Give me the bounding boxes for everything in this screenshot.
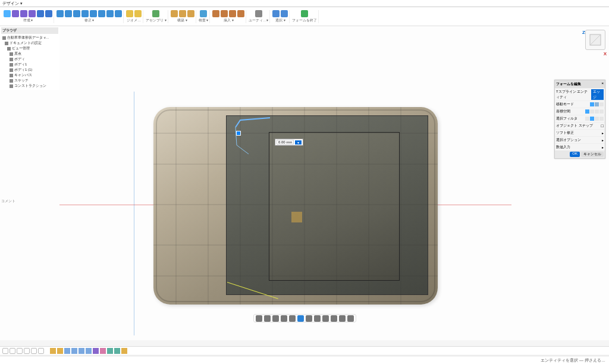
ribbon-tool-icon[interactable]: [73, 10, 80, 17]
manipulator-handle-icon[interactable]: [236, 131, 241, 136]
browser-item[interactable]: キャンバス: [1, 73, 58, 78]
nav-tool-icon[interactable]: [272, 315, 279, 322]
panel-option-row[interactable]: 移動モード: [555, 101, 605, 108]
ribbon-group-label[interactable]: 検査 ▾: [199, 18, 209, 23]
panel-option-row[interactable]: オブジェクト スナップ☐: [555, 122, 605, 129]
ribbon-tool-icon[interactable]: [237, 10, 244, 17]
ribbon-tool-icon[interactable]: [152, 10, 159, 17]
nav-tool-icon[interactable]: [256, 315, 262, 322]
comments-collapsed[interactable]: コメント: [1, 199, 15, 204]
panel-option-row[interactable]: 数値入力▸: [555, 143, 605, 150]
ribbon-tool-icon[interactable]: [212, 10, 219, 17]
browser-item[interactable]: ボディ1 (1): [1, 67, 58, 73]
ribbon-tool-icon[interactable]: [171, 10, 178, 17]
chevron-right-icon[interactable]: ▸: [602, 145, 604, 149]
ribbon-tool-icon[interactable]: [106, 10, 114, 17]
nav-tool-icon[interactable]: [297, 315, 304, 322]
timeline-feature-icon[interactable]: [93, 348, 99, 354]
nav-tool-icon[interactable]: [339, 315, 346, 322]
ribbon-tool-icon[interactable]: [81, 10, 89, 17]
browser-panel[interactable]: ブラウザ 自動車車体形状データ v…ドキュメントの設定ビュー管理原点ボディボディ…: [0, 26, 59, 90]
nav-tool-icon[interactable]: [322, 315, 329, 322]
dimension-input-popup[interactable]: 0.00 mm ▾: [275, 139, 303, 146]
timeline-feature-icon[interactable]: [86, 348, 92, 354]
browser-item[interactable]: ビュー管理: [1, 46, 58, 51]
browser-item[interactable]: コンストラクション: [1, 83, 58, 89]
ribbon-group-label[interactable]: 修正 ▾: [84, 18, 95, 23]
ribbon-tool-icon[interactable]: [115, 10, 122, 17]
entity-type-pill[interactable]: エッジ: [591, 89, 604, 100]
ribbon-tool-icon[interactable]: [12, 10, 19, 17]
ribbon-tool-icon[interactable]: [272, 10, 280, 17]
nav-tool-icon[interactable]: [331, 315, 337, 322]
ribbon-group-label[interactable]: フォームを終了: [292, 18, 317, 23]
mode-toggle-icon[interactable]: [590, 102, 594, 106]
timeline-playback-button[interactable]: [10, 348, 15, 354]
nav-tool-icon[interactable]: [314, 315, 321, 322]
ribbon-tool-icon[interactable]: [65, 10, 72, 17]
design-mode-dropdown[interactable]: デザイン ▾: [2, 1, 23, 7]
ribbon-tool-icon[interactable]: [56, 10, 64, 17]
close-icon[interactable]: ×: [601, 81, 604, 87]
ribbon-group-label[interactable]: ユーティ…▾: [249, 18, 268, 23]
nav-tool-icon[interactable]: [306, 315, 312, 322]
move-manipulator[interactable]: [234, 128, 243, 138]
panel-option-row[interactable]: ソフト修正▸: [555, 129, 605, 136]
ribbon-tool-icon[interactable]: [301, 10, 308, 17]
ribbon-group-label[interactable]: 作成 ▾: [23, 18, 33, 23]
timeline-playback-button[interactable]: [17, 348, 23, 354]
ribbon-tool-icon[interactable]: [221, 10, 228, 17]
ribbon-tool-icon[interactable]: [4, 10, 11, 17]
ribbon-tool-icon[interactable]: [255, 10, 262, 17]
timeline-feature-icon[interactable]: [64, 348, 70, 354]
ribbon-tool-icon[interactable]: [229, 10, 236, 17]
ribbon-tool-icon[interactable]: [126, 10, 133, 17]
ribbon-tool-icon[interactable]: [98, 10, 105, 17]
mode-toggle-icon[interactable]: [599, 109, 604, 114]
panel-cancel-button[interactable]: キャンセル: [581, 152, 604, 157]
mode-toggle-icon[interactable]: [595, 109, 599, 114]
timeline-feature-icon[interactable]: [79, 348, 84, 354]
browser-item[interactable]: ドキュメントの設定: [1, 40, 58, 46]
ribbon-tool-icon[interactable]: [29, 10, 36, 17]
chevron-right-icon[interactable]: ▸: [602, 131, 604, 135]
panel-ok-button[interactable]: OK: [570, 152, 580, 157]
ribbon-tool-icon[interactable]: [281, 10, 288, 17]
timeline-feature-icon[interactable]: [50, 348, 56, 354]
timeline-playback-button[interactable]: [38, 348, 44, 354]
ribbon-group-label[interactable]: アセンブリ ▾: [146, 18, 167, 23]
mode-toggle-icon[interactable]: [595, 117, 599, 121]
browser-item[interactable]: ボディ: [1, 57, 58, 62]
nav-tool-icon[interactable]: [281, 315, 287, 322]
timeline-feature-icon[interactable]: [121, 348, 127, 354]
mode-toggle-icon[interactable]: [585, 117, 589, 121]
browser-item[interactable]: スケッチ: [1, 78, 58, 83]
timeline-playback-button[interactable]: [31, 348, 37, 354]
ribbon-tool-icon[interactable]: [200, 10, 207, 17]
ribbon-tool-icon[interactable]: [45, 10, 52, 17]
mode-toggle-icon[interactable]: [599, 117, 604, 121]
dimension-unit-dropdown[interactable]: ▾: [295, 140, 302, 145]
timeline-feature-icon[interactable]: [100, 348, 106, 354]
nav-tool-icon[interactable]: [289, 315, 296, 322]
mode-toggle-icon[interactable]: [590, 117, 594, 121]
mode-toggle-icon[interactable]: [599, 102, 604, 106]
ribbon-group-label[interactable]: 挿入 ▾: [224, 18, 234, 23]
timeline-feature-icon[interactable]: [71, 348, 77, 354]
ribbon-tool-icon[interactable]: [90, 10, 97, 17]
timeline-feature-icon[interactable]: [57, 348, 63, 354]
ribbon-tool-icon[interactable]: [20, 10, 27, 17]
timeline-playback-button[interactable]: [24, 348, 30, 354]
timeline-feature-icon[interactable]: [107, 348, 113, 354]
ribbon-group-label[interactable]: ジオメ…: [127, 18, 141, 23]
browser-item[interactable]: 自動車車体形状データ v…: [1, 35, 58, 40]
edit-form-panel[interactable]: フォームを編集× Tスプライン エンティティ エッジ 移動モード座標空間選択フィ…: [554, 80, 605, 159]
mode-toggle-icon[interactable]: [585, 109, 589, 114]
ribbon-group-label[interactable]: 構築 ▾: [177, 18, 187, 23]
ribbon-group-label[interactable]: 選択 ▾: [275, 18, 285, 23]
timeline[interactable]: [0, 346, 609, 354]
panel-option-row[interactable]: 選択フィルタ: [555, 115, 605, 122]
mode-toggle-icon[interactable]: [595, 102, 599, 106]
mode-toggle-icon[interactable]: [590, 109, 594, 114]
chevron-right-icon[interactable]: ▸: [602, 138, 604, 142]
